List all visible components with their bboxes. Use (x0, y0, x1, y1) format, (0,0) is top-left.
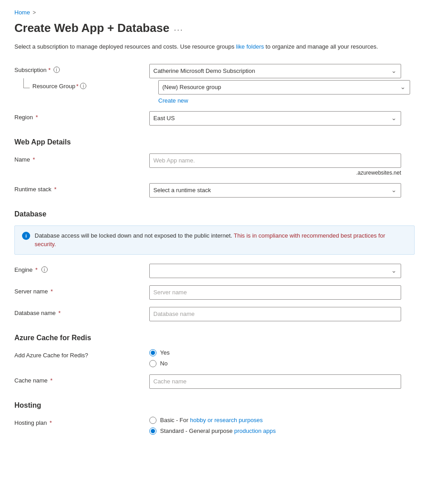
add-azure-cache-row: Add Azure Cache for Redis? Yes No (14, 349, 415, 367)
server-name-input[interactable] (149, 285, 401, 300)
subscription-label: Subscription * i (14, 64, 149, 73)
cache-name-input[interactable] (149, 374, 401, 389)
database-name-row: Database name * (14, 307, 415, 321)
page-description: Select a subscription to manage deployed… (14, 42, 410, 51)
runtime-stack-select[interactable]: Select a runtime stack (149, 183, 401, 198)
hosting-standard-item: Standard - General purpose production ap… (149, 428, 401, 435)
region-select[interactable]: East US (149, 111, 401, 126)
breadcrumb: Home > (14, 9, 415, 16)
subscription-select-wrapper: Catherine Microsoft Demo Subscription (149, 64, 401, 78)
runtime-stack-row: Runtime stack * Select a runtime stack (14, 183, 415, 198)
engine-control (149, 264, 401, 278)
resource-group-info-icon[interactable]: i (80, 83, 86, 89)
azure-cache-radio-group: Yes No (149, 349, 401, 367)
engine-row: Engine * i (14, 264, 415, 278)
page-title-ellipsis[interactable]: ... (174, 23, 183, 33)
web-app-name-label: Name * (14, 153, 149, 163)
cache-name-control (149, 374, 401, 389)
hosting-standard-radio[interactable] (149, 428, 156, 435)
web-app-name-input[interactable] (149, 153, 401, 168)
server-name-row: Server name * (14, 285, 415, 300)
region-select-wrapper: East US (149, 111, 401, 126)
info-icon: i (22, 232, 30, 240)
hosting-section: Hosting Hosting plan * Basic - For hobby… (14, 401, 415, 435)
resource-group-control: (New) Resource group Create new (158, 80, 410, 104)
engine-select-wrapper (149, 264, 401, 278)
resource-group-label: Resource Group * i (23, 80, 158, 90)
cache-name-label: Cache name * (14, 374, 149, 384)
hosting-basic-radio[interactable] (149, 417, 156, 424)
subscription-control: Catherine Microsoft Demo Subscription (149, 64, 401, 78)
hosting-standard-label[interactable]: Standard - General purpose production ap… (160, 428, 276, 434)
azure-cache-no-radio[interactable] (149, 360, 156, 367)
production-apps-link[interactable]: production apps (234, 428, 276, 434)
hosting-basic-label[interactable]: Basic - For hobby or research purposes (160, 417, 263, 423)
database-info-text: Database access will be locked down and … (35, 231, 407, 249)
azure-cache-yes-label[interactable]: Yes (160, 349, 170, 356)
azurewebsites-suffix: .azurewebsites.net (149, 170, 401, 176)
engine-label: Engine * i (14, 264, 149, 273)
subscription-row: Subscription * i Catherine Microsoft Dem… (14, 64, 415, 78)
region-control: East US (149, 111, 401, 126)
azure-cache-section: Azure Cache for Redis Add Azure Cache fo… (14, 334, 415, 389)
page-title: Create Web App + Database (14, 21, 170, 35)
database-info-box: i Database access will be locked down an… (14, 225, 415, 255)
hosting-basic-item: Basic - For hobby or research purposes (149, 417, 401, 424)
hosting-plan-label: Hosting plan * (14, 417, 149, 426)
web-app-details-heading: Web App Details (14, 138, 415, 146)
create-new-link[interactable]: Create new (158, 97, 410, 104)
server-name-control (149, 285, 401, 300)
web-app-details-section: Web App Details Name * .azurewebsites.ne… (14, 138, 415, 198)
hosting-heading: Hosting (14, 401, 415, 410)
database-name-label: Database name * (14, 307, 149, 316)
page-title-container: Create Web App + Database ... (14, 21, 415, 35)
add-azure-cache-label: Add Azure Cache for Redis? (14, 349, 149, 359)
hosting-radio-group: Basic - For hobby or research purposes S… (149, 417, 401, 435)
azure-cache-heading: Azure Cache for Redis (14, 334, 415, 342)
add-azure-cache-control: Yes No (149, 349, 401, 367)
subscription-select[interactable]: Catherine Microsoft Demo Subscription (149, 64, 401, 78)
breadcrumb-home[interactable]: Home (14, 9, 30, 16)
hobby-link[interactable]: hobby or research purposes (190, 417, 263, 423)
hosting-plan-row: Hosting plan * Basic - For hobby or rese… (14, 417, 415, 435)
resource-group-row: Resource Group * i (New) Resource group … (14, 80, 415, 104)
engine-info-icon[interactable]: i (41, 266, 48, 273)
cache-name-row: Cache name * (14, 374, 415, 389)
region-label: Region * (14, 111, 149, 121)
resource-group-select-wrapper: (New) Resource group (158, 80, 410, 94)
breadcrumb-separator: > (33, 9, 36, 16)
resource-groups-link[interactable]: like folders (236, 43, 264, 50)
subscription-info-icon[interactable]: i (54, 67, 60, 73)
database-section: Database i Database access will be locke… (14, 210, 415, 321)
web-app-name-row: Name * .azurewebsites.net (14, 153, 415, 176)
web-app-name-control: .azurewebsites.net (149, 153, 401, 176)
runtime-stack-control: Select a runtime stack (149, 183, 401, 198)
azure-cache-no-label[interactable]: No (160, 360, 168, 367)
engine-select[interactable] (149, 264, 401, 278)
database-name-input[interactable] (149, 307, 401, 321)
resource-group-select[interactable]: (New) Resource group (158, 80, 410, 94)
azure-cache-yes-item: Yes (149, 349, 401, 356)
runtime-stack-select-wrapper: Select a runtime stack (149, 183, 401, 198)
database-name-control (149, 307, 401, 321)
azure-cache-no-item: No (149, 360, 401, 367)
server-name-label: Server name * (14, 285, 149, 295)
runtime-stack-label: Runtime stack * (14, 183, 149, 193)
database-heading: Database (14, 210, 415, 218)
region-row: Region * East US (14, 111, 415, 126)
azure-cache-yes-radio[interactable] (149, 349, 156, 356)
hosting-plan-control: Basic - For hobby or research purposes S… (149, 417, 401, 435)
